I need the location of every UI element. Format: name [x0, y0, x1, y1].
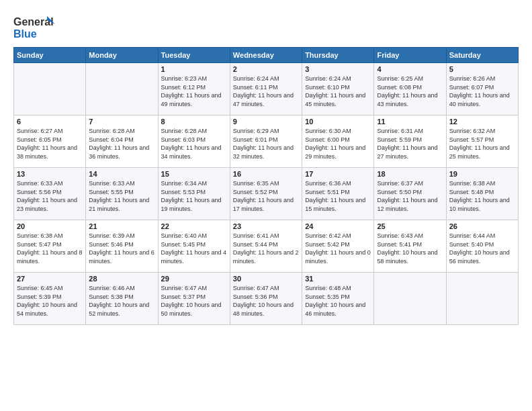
day-number: 23: [233, 222, 299, 230]
day-number: 2: [233, 65, 299, 73]
day-info: Sunrise: 6:28 AM Sunset: 6:04 PM Dayligh…: [89, 127, 154, 161]
calendar-cell: 30Sunrise: 6:47 AM Sunset: 5:36 PM Dayli…: [230, 273, 302, 325]
day-number: 24: [305, 222, 371, 230]
day-info: Sunrise: 6:33 AM Sunset: 5:55 PM Dayligh…: [89, 179, 154, 213]
day-info: Sunrise: 6:47 AM Sunset: 5:37 PM Dayligh…: [161, 284, 227, 318]
svg-text:Blue: Blue: [13, 28, 37, 40]
header-day-tuesday: Tuesday: [158, 48, 230, 63]
day-info: Sunrise: 6:34 AM Sunset: 5:53 PM Dayligh…: [161, 179, 227, 213]
header-row: SundayMondayTuesdayWednesdayThursdayFrid…: [14, 48, 519, 63]
header-day-saturday: Saturday: [446, 48, 518, 63]
day-info: Sunrise: 6:38 AM Sunset: 5:47 PM Dayligh…: [17, 232, 83, 265]
day-number: 16: [233, 170, 299, 178]
calendar-cell: 21Sunrise: 6:39 AM Sunset: 5:46 PM Dayli…: [86, 220, 158, 273]
day-number: 21: [89, 222, 154, 230]
day-info: Sunrise: 6:35 AM Sunset: 5:52 PM Dayligh…: [233, 179, 299, 213]
day-number: 28: [89, 275, 154, 283]
calendar-cell: [446, 273, 518, 325]
calendar-cell: 26Sunrise: 6:44 AM Sunset: 5:40 PM Dayli…: [446, 220, 518, 273]
day-number: 17: [305, 170, 371, 178]
calendar-cell: 15Sunrise: 6:34 AM Sunset: 5:53 PM Dayli…: [158, 168, 230, 220]
day-number: 20: [17, 222, 83, 230]
day-number: 29: [161, 275, 227, 283]
calendar-table: SundayMondayTuesdayWednesdayThursdayFrid…: [13, 47, 519, 325]
day-number: 18: [377, 170, 443, 178]
day-number: 3: [305, 65, 371, 73]
day-info: Sunrise: 6:46 AM Sunset: 5:38 PM Dayligh…: [89, 284, 154, 318]
week-row-2: 6Sunrise: 6:27 AM Sunset: 6:05 PM Daylig…: [14, 116, 519, 168]
calendar-cell: 23Sunrise: 6:41 AM Sunset: 5:44 PM Dayli…: [230, 220, 302, 273]
day-info: Sunrise: 6:41 AM Sunset: 5:44 PM Dayligh…: [233, 232, 299, 265]
day-info: Sunrise: 6:24 AM Sunset: 6:10 PM Dayligh…: [305, 75, 371, 108]
calendar-cell: 13Sunrise: 6:33 AM Sunset: 5:56 PM Dayli…: [14, 168, 86, 220]
day-info: Sunrise: 6:43 AM Sunset: 5:41 PM Dayligh…: [377, 232, 443, 265]
day-number: 19: [449, 170, 515, 178]
calendar-cell: 5Sunrise: 6:26 AM Sunset: 6:07 PM Daylig…: [446, 63, 518, 116]
day-number: 14: [89, 170, 154, 178]
calendar-cell: 10Sunrise: 6:30 AM Sunset: 6:00 PM Dayli…: [302, 116, 374, 168]
header-day-thursday: Thursday: [302, 48, 374, 63]
calendar-cell: 6Sunrise: 6:27 AM Sunset: 6:05 PM Daylig…: [14, 116, 86, 168]
calendar-cell: 11Sunrise: 6:31 AM Sunset: 5:59 PM Dayli…: [374, 116, 446, 168]
day-number: 26: [449, 222, 515, 230]
day-number: 25: [377, 222, 443, 230]
header-day-monday: Monday: [86, 48, 158, 63]
day-number: 15: [161, 170, 227, 178]
day-info: Sunrise: 6:30 AM Sunset: 6:00 PM Dayligh…: [305, 127, 371, 161]
day-info: Sunrise: 6:40 AM Sunset: 5:45 PM Dayligh…: [161, 232, 227, 265]
calendar-cell: 8Sunrise: 6:28 AM Sunset: 6:03 PM Daylig…: [158, 116, 230, 168]
calendar-cell: 3Sunrise: 6:24 AM Sunset: 6:10 PM Daylig…: [302, 63, 374, 116]
day-number: 13: [17, 170, 83, 178]
calendar-cell: 20Sunrise: 6:38 AM Sunset: 5:47 PM Dayli…: [14, 220, 86, 273]
day-info: Sunrise: 6:33 AM Sunset: 5:56 PM Dayligh…: [17, 179, 83, 213]
logo-svg: GeneralBlue: [13, 13, 60, 40]
day-number: 6: [17, 118, 83, 126]
day-number: 30: [233, 275, 299, 283]
calendar-cell: 24Sunrise: 6:42 AM Sunset: 5:42 PM Dayli…: [302, 220, 374, 273]
calendar-cell: 16Sunrise: 6:35 AM Sunset: 5:52 PM Dayli…: [230, 168, 302, 220]
week-row-3: 13Sunrise: 6:33 AM Sunset: 5:56 PM Dayli…: [14, 168, 519, 220]
day-info: Sunrise: 6:45 AM Sunset: 5:39 PM Dayligh…: [17, 284, 83, 318]
logo: GeneralBlue: [13, 13, 60, 40]
page: GeneralBlue SundayMondayTuesdayWednesday…: [0, 0, 532, 411]
calendar-cell: 28Sunrise: 6:46 AM Sunset: 5:38 PM Dayli…: [86, 273, 158, 325]
day-number: 11: [377, 118, 443, 126]
day-number: 1: [161, 65, 227, 73]
header-day-friday: Friday: [374, 48, 446, 63]
day-info: Sunrise: 6:31 AM Sunset: 5:59 PM Dayligh…: [377, 127, 443, 161]
header-day-wednesday: Wednesday: [230, 48, 302, 63]
day-number: 4: [377, 65, 443, 73]
calendar-cell: 29Sunrise: 6:47 AM Sunset: 5:37 PM Dayli…: [158, 273, 230, 325]
calendar-cell: [14, 63, 86, 116]
calendar-cell: 27Sunrise: 6:45 AM Sunset: 5:39 PM Dayli…: [14, 273, 86, 325]
calendar-cell: 14Sunrise: 6:33 AM Sunset: 5:55 PM Dayli…: [86, 168, 158, 220]
day-info: Sunrise: 6:38 AM Sunset: 5:48 PM Dayligh…: [449, 179, 515, 213]
day-number: 31: [305, 275, 371, 283]
calendar-cell: 18Sunrise: 6:37 AM Sunset: 5:50 PM Dayli…: [374, 168, 446, 220]
day-number: 8: [161, 118, 227, 126]
day-info: Sunrise: 6:26 AM Sunset: 6:07 PM Dayligh…: [449, 75, 515, 108]
week-row-5: 27Sunrise: 6:45 AM Sunset: 5:39 PM Dayli…: [14, 273, 519, 325]
calendar-cell: 22Sunrise: 6:40 AM Sunset: 5:45 PM Dayli…: [158, 220, 230, 273]
day-info: Sunrise: 6:24 AM Sunset: 6:11 PM Dayligh…: [233, 75, 299, 108]
calendar-cell: 31Sunrise: 6:48 AM Sunset: 5:35 PM Dayli…: [302, 273, 374, 325]
day-info: Sunrise: 6:48 AM Sunset: 5:35 PM Dayligh…: [305, 284, 371, 318]
calendar-cell: 12Sunrise: 6:32 AM Sunset: 5:57 PM Dayli…: [446, 116, 518, 168]
calendar-cell: 17Sunrise: 6:36 AM Sunset: 5:51 PM Dayli…: [302, 168, 374, 220]
calendar-cell: 1Sunrise: 6:23 AM Sunset: 6:12 PM Daylig…: [158, 63, 230, 116]
calendar-cell: 25Sunrise: 6:43 AM Sunset: 5:41 PM Dayli…: [374, 220, 446, 273]
day-info: Sunrise: 6:28 AM Sunset: 6:03 PM Dayligh…: [161, 127, 227, 161]
week-row-1: 1Sunrise: 6:23 AM Sunset: 6:12 PM Daylig…: [14, 63, 519, 116]
day-info: Sunrise: 6:27 AM Sunset: 6:05 PM Dayligh…: [17, 127, 83, 161]
day-info: Sunrise: 6:37 AM Sunset: 5:50 PM Dayligh…: [377, 179, 443, 213]
day-info: Sunrise: 6:42 AM Sunset: 5:42 PM Dayligh…: [305, 232, 371, 265]
day-number: 22: [161, 222, 227, 230]
day-number: 10: [305, 118, 371, 126]
day-info: Sunrise: 6:44 AM Sunset: 5:40 PM Dayligh…: [449, 232, 515, 265]
day-number: 5: [449, 65, 515, 73]
header: GeneralBlue: [13, 13, 519, 40]
calendar-cell: [86, 63, 158, 116]
calendar-cell: 2Sunrise: 6:24 AM Sunset: 6:11 PM Daylig…: [230, 63, 302, 116]
day-info: Sunrise: 6:23 AM Sunset: 6:12 PM Dayligh…: [161, 75, 227, 108]
day-number: 7: [89, 118, 154, 126]
